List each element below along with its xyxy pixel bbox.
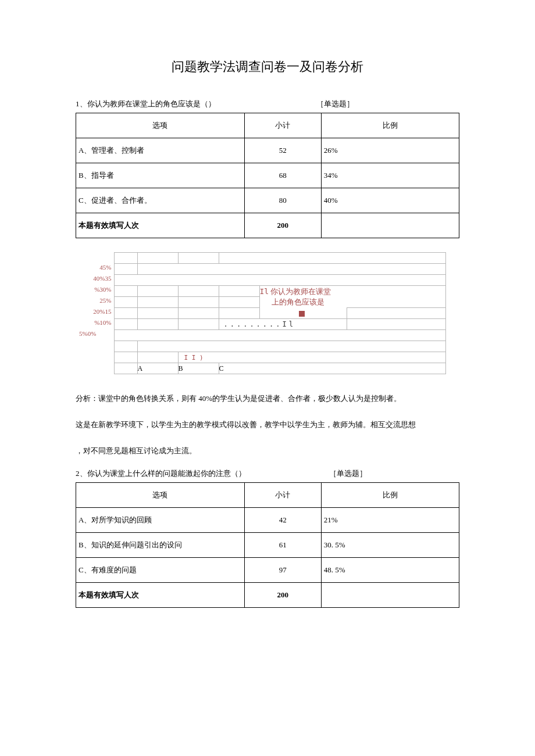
q2-h-ratio: 比例 <box>321 482 459 507</box>
q1-opt-a: A、管理者、控制者 <box>76 138 245 163</box>
analysis-p1: 分析：课堂中的角色转换关系，则有 40%的学生认为是促进者、合作者，极少数人认为… <box>76 389 459 407</box>
q1-h-ratio: 比例 <box>321 113 459 138</box>
ytick-10: %10% <box>79 319 114 330</box>
table-row: B、知识的延伸问题引出的设问 61 30. 5% <box>76 532 459 557</box>
q1-pct-c: 40% <box>321 188 459 213</box>
q1-total-count: 200 <box>244 213 321 238</box>
q1-header-row: 选项 小计 比例 <box>76 113 459 138</box>
q1-total-pct <box>321 213 459 238</box>
q1-count-b: 68 <box>244 163 321 188</box>
q1-count-c: 80 <box>244 188 321 213</box>
table-row: B、指导者 68 34% <box>76 163 459 188</box>
legend-line2: 上的角色应该是 <box>260 298 324 306</box>
chart-axis-marks: I I ) <box>178 352 445 363</box>
q2-opt-b: B、知识的延伸问题引出的设问 <box>76 532 245 557</box>
analysis-p3: ，对不同意见题相互讨论成为主流。 <box>76 442 459 460</box>
page-title: 问题教学法调查问卷一及问卷分析 <box>76 58 459 76</box>
q2-label: 2、你认为课堂上什么样的问题能激起你的注意（） <box>76 469 246 478</box>
table-row: C、有难度的问题 97 48. 5% <box>76 557 459 582</box>
q1-label-line: 1、你认为教师在课堂上的角色应该是（） ［单选题］ <box>76 99 459 109</box>
q1-opt-b: B、指导者 <box>76 163 245 188</box>
chart-cat-a: A <box>137 363 178 374</box>
q1-pct-a: 26% <box>321 138 459 163</box>
analysis-p2: 这是在新教学环境下，以学生为主的教学模式得以改善，教学中以学生为主，教师为辅。相… <box>76 415 459 433</box>
table-row: A、对所学知识的回顾 42 21% <box>76 507 459 532</box>
ytick-45: 45% <box>79 264 114 275</box>
table-row: C、促进者、合作者。 80 40% <box>76 188 459 213</box>
chart-dots: .........Il <box>224 320 295 328</box>
q2-pct-b: 30. 5% <box>321 532 459 557</box>
q2-opt-a: A、对所学知识的回顾 <box>76 507 245 532</box>
q2-count-c: 97 <box>244 557 321 582</box>
q1-total-row: 本题有效填写人次 200 <box>76 213 459 238</box>
q2-label-line: 2、你认为课堂上什么样的问题能激起你的注意（） ［单选题］ <box>76 468 459 479</box>
q1-h-count: 小计 <box>244 113 321 138</box>
q1-total-label: 本题有效填写人次 <box>76 213 245 238</box>
analysis-block: 分析：课堂中的角色转换关系，则有 40%的学生认为是促进者、合作者，极少数人认为… <box>76 389 459 460</box>
legend-line1: 你认为教师在课堂 <box>270 287 331 296</box>
q2-total-row: 本题有效填写人次 200 <box>76 582 459 607</box>
q1-label: 1、你认为教师在课堂上的角色应该是（） <box>76 99 216 108</box>
ytick-40: 40%35 <box>79 275 114 286</box>
q1-opt-c: C、促进者、合作者。 <box>76 188 245 213</box>
q2-count-a: 42 <box>244 507 321 532</box>
q2-pct-a: 21% <box>321 507 459 532</box>
ytick-25: 25% <box>79 297 114 308</box>
q1-count-a: 52 <box>244 138 321 163</box>
ytick-5-0: 5%0% <box>79 330 114 341</box>
q2-total-label: 本题有效填写人次 <box>76 582 245 607</box>
q1-pct-b: 34% <box>321 163 459 188</box>
ytick-30: %30% <box>79 286 114 297</box>
q2-opt-c: C、有难度的问题 <box>76 557 245 582</box>
q1-chart: 45% 40%35 %30% Il 你认为教师在课堂 上的角色应该是 25% <box>79 252 445 374</box>
q1-h-option: 选项 <box>76 113 245 138</box>
q2-total-pct <box>321 582 459 607</box>
q2-header-row: 选项 小计 比例 <box>76 482 459 507</box>
q2-tag: ［单选题］ <box>329 468 367 479</box>
legend-prefix: Il <box>260 287 269 296</box>
chart-cat-b: B <box>178 363 219 374</box>
q2-total-count: 200 <box>244 582 321 607</box>
ytick-20: 20%15 <box>79 308 114 319</box>
q2-h-option: 选项 <box>76 482 245 507</box>
q2-count-b: 61 <box>244 532 321 557</box>
q2-pct-c: 48. 5% <box>321 557 459 582</box>
legend-swatch-icon <box>299 311 305 317</box>
q2-h-count: 小计 <box>244 482 321 507</box>
q1-tag: ［单选题］ <box>316 99 354 109</box>
chart-cat-c: C <box>219 363 445 374</box>
q2-table: 选项 小计 比例 A、对所学知识的回顾 42 21% B、知识的延伸问题引出的设… <box>76 482 459 608</box>
q1-table: 选项 小计 比例 A、管理者、控制者 52 26% B、指导者 68 34% C… <box>76 113 459 238</box>
table-row: A、管理者、控制者 52 26% <box>76 138 459 163</box>
